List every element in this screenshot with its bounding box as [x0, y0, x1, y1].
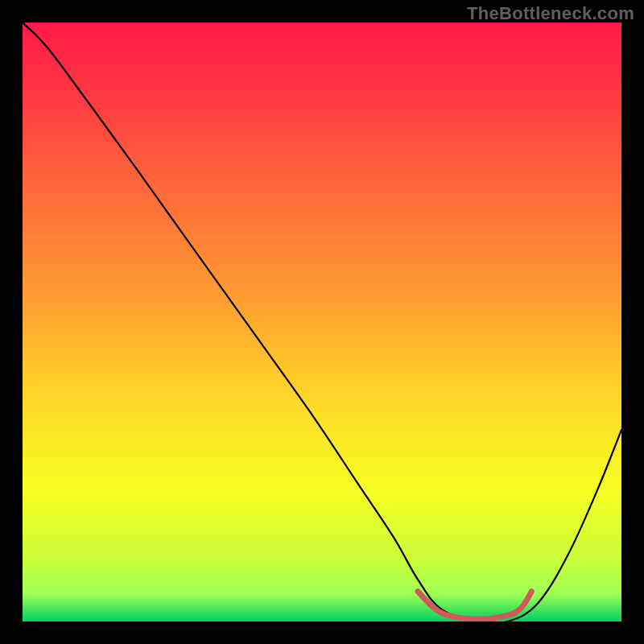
chart-frame: TheBottleneck.com	[0, 0, 644, 644]
gradient-background	[23, 23, 621, 621]
plot-area	[23, 23, 621, 621]
plot-svg	[23, 23, 621, 621]
watermark-text: TheBottleneck.com	[467, 3, 634, 24]
